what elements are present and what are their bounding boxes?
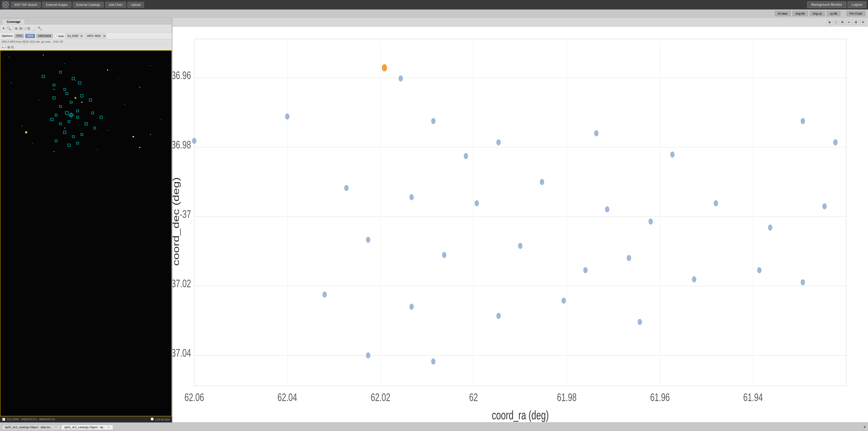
svg-point-37 xyxy=(801,118,805,124)
zoom-in-button[interactable]: + xyxy=(2,46,4,49)
tri-view-tab[interactable]: tri-view xyxy=(775,11,791,16)
svg-text:62: 62 xyxy=(469,391,478,403)
main-area: Coverage ✦ 🔍 | ⊕ ⊞ □ ⧉ ⬜ 🔧 Options: FITS… xyxy=(0,18,868,422)
image-info-bar: DP0.2 HiPS from DESC DC2 sim: gri color.… xyxy=(0,39,172,44)
sky-canvas xyxy=(0,51,172,416)
eq-dropdown[interactable]: Eq J2000 xyxy=(65,34,83,38)
wcs-icon[interactable]: ✦ xyxy=(2,26,5,31)
svg-point-48 xyxy=(366,237,370,243)
svg-point-54 xyxy=(757,267,762,273)
svg-point-56 xyxy=(409,304,414,310)
background-monitor-button[interactable]: Background Monitor xyxy=(807,1,846,8)
image-panel: Coverage ✦ 🔍 | ⊕ ⊞ □ ⧉ ⬜ 🔧 Options: FITS… xyxy=(0,18,172,422)
zoom-out-button[interactable]: − xyxy=(4,46,6,49)
image-footer: ⬜ EQ-J2000: 4h08m35.67s, -36d55m07.6s Lo… xyxy=(0,416,172,422)
chart-layout-icon[interactable]: ⧉ xyxy=(840,20,845,25)
svg-point-29 xyxy=(399,76,403,82)
divider-1: | xyxy=(12,27,13,30)
image-area[interactable] xyxy=(0,50,172,416)
svg-point-41 xyxy=(475,200,479,206)
svg-point-45 xyxy=(714,200,718,206)
hips-moc-dropdown[interactable]: HiPS / MOC xyxy=(85,34,106,38)
svg-point-31 xyxy=(431,118,435,124)
img-xy-tab[interactable]: img-xy xyxy=(810,11,825,16)
svg-point-55 xyxy=(322,292,327,297)
svg-text:-36.98: -36.98 xyxy=(173,139,191,151)
add-chart-button[interactable]: Add Chart xyxy=(105,2,126,8)
svg-point-42 xyxy=(540,179,544,185)
svg-text:coord_ra (deg): coord_ra (deg) xyxy=(492,408,549,422)
close-tab-2[interactable]: ✕ xyxy=(107,426,110,429)
external-catalogs-button[interactable]: External Catalogs xyxy=(73,2,104,8)
svg-point-32 xyxy=(192,138,196,144)
lock-by-click-checkbox[interactable] xyxy=(151,418,154,421)
svg-text:-37.04: -37.04 xyxy=(173,347,191,359)
svg-point-57 xyxy=(496,313,501,319)
zoom-fit-button[interactable]: ⊞ xyxy=(7,45,10,49)
svg-rect-1 xyxy=(194,39,846,386)
lock-by-click-label: Lock by click xyxy=(151,418,170,421)
svg-point-50 xyxy=(518,243,522,249)
coverage-tab[interactable]: Coverage xyxy=(2,19,25,24)
grid-icon[interactable]: ⊞ xyxy=(19,26,22,31)
svg-point-58 xyxy=(561,297,566,304)
pin-chart-button[interactable]: Pin Chart xyxy=(846,11,865,16)
expand-icon[interactable]: ⬜ xyxy=(2,418,5,421)
svg-point-34 xyxy=(496,139,501,145)
logo-icon xyxy=(2,1,9,9)
zoom-reset-button[interactable]: ⊟ xyxy=(11,45,14,49)
catalog-icon[interactable]: ⬜ xyxy=(31,26,36,31)
image-options-bar: Options: FITS HiPS HiPS/Aitoff Auto Eq J… xyxy=(0,32,172,39)
svg-text:61.94: 61.94 xyxy=(743,391,763,403)
zoom-tool-icon[interactable]: 🔍 xyxy=(6,26,11,31)
close-tab-1[interactable]: ✕ xyxy=(55,426,57,429)
coord-label: EQ-J2000: xyxy=(7,418,20,421)
hips-button[interactable]: HiPS xyxy=(25,34,35,38)
xy-tbl-tab[interactable]: xy-tbl xyxy=(827,11,840,16)
chart-svg-container: -36.96 -36.98 -37 -37.02 -37.04 62.06 62… xyxy=(173,27,868,422)
svg-point-53 xyxy=(692,276,696,282)
bottom-tab-2[interactable]: dp02_dc2_catalogs.Object - da... ✕ xyxy=(61,425,113,430)
svg-point-36 xyxy=(670,151,675,157)
chart-close-icon[interactable]: ✕ xyxy=(860,20,866,25)
svg-point-47 xyxy=(822,203,827,209)
svg-text:61.96: 61.96 xyxy=(650,391,670,403)
chart-settings-icon[interactable]: ⚙ xyxy=(853,20,859,25)
chart-zoom-icon[interactable]: ⊕ xyxy=(827,20,833,25)
svg-point-59 xyxy=(638,319,642,325)
recenter-icon[interactable]: ⊕ xyxy=(14,26,18,31)
auto-checkbox[interactable] xyxy=(54,34,57,37)
svg-text:62.04: 62.04 xyxy=(277,391,297,403)
upload-button[interactable]: Upload xyxy=(127,2,144,8)
svg-text:62.02: 62.02 xyxy=(371,391,390,403)
select-icon[interactable]: □ xyxy=(24,26,26,31)
chart-select-icon[interactable]: □ xyxy=(834,20,838,25)
external-images-button[interactable]: External Images xyxy=(42,2,71,8)
expand-table-arrow[interactable]: ▼ xyxy=(863,425,866,429)
chart-undo-icon[interactable]: ↩ xyxy=(846,20,852,25)
svg-point-38 xyxy=(833,139,838,145)
bottom-tabs: dp02_dc2_catalogs.Object - data.lss... ✕… xyxy=(0,423,868,431)
image-toolbar: ✦ 🔍 | ⊕ ⊞ □ ⧉ ⬜ 🔧 xyxy=(0,24,172,32)
hips-aitoff-button[interactable]: HiPS/Aitoff xyxy=(36,34,53,38)
svg-point-62 xyxy=(801,279,805,285)
bottom-tab-1[interactable]: dp02_dc2_catalogs.Object - data.lss... ✕ xyxy=(2,425,60,430)
rsp-tap-search-button[interactable]: RSP TAP Search xyxy=(11,2,41,8)
svg-point-46 xyxy=(768,225,772,231)
svg-point-35 xyxy=(594,130,598,136)
layers-icon[interactable]: ⧉ xyxy=(27,26,30,31)
svg-text:61.98: 61.98 xyxy=(557,391,577,403)
chart-panel: ⊕ □ ⧉ ↩ ⚙ ✕ xyxy=(172,18,868,422)
svg-point-52 xyxy=(627,255,631,261)
svg-point-61 xyxy=(431,358,435,365)
svg-text:-36.96: -36.96 xyxy=(173,69,191,81)
fits-button[interactable]: FITS xyxy=(14,34,24,38)
svg-point-60 xyxy=(366,352,370,358)
logout-button[interactable]: Logout xyxy=(847,1,866,8)
img-tbl-tab[interactable]: img-tbl xyxy=(793,11,808,16)
settings-tool-icon[interactable]: 🔧 xyxy=(37,26,42,31)
svg-point-28 xyxy=(382,64,387,71)
svg-text:-37: -37 xyxy=(180,208,191,220)
svg-point-30 xyxy=(285,114,289,120)
svg-point-39 xyxy=(344,185,348,191)
